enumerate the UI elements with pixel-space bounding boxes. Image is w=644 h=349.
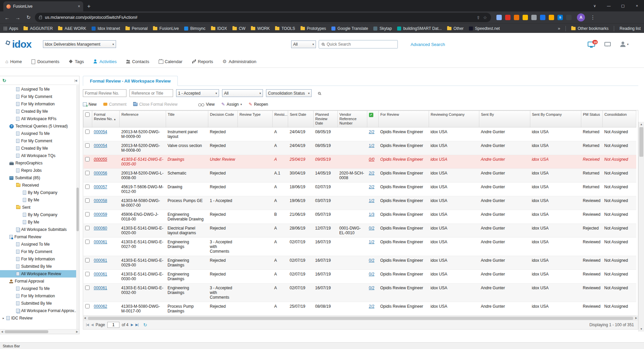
- tree-item[interactable]: ▸IDC Review: [0, 314, 79, 322]
- url-input[interactable]: us.mclarenonair.com/pol/protocolSwitchFs…: [35, 13, 491, 22]
- grid-h-scrollbar[interactable]: ◀ ▶: [83, 316, 638, 320]
- formal-review-no-link[interactable]: 000061: [94, 240, 107, 244]
- column-header-progress[interactable]: ✔: [367, 111, 379, 128]
- column-header-decision[interactable]: Decision Code: [208, 111, 238, 128]
- column-header-sent_by_company[interactable]: Sent By Company: [530, 111, 581, 128]
- row-checkbox[interactable]: [85, 304, 90, 308]
- prev-page-button[interactable]: ◀: [91, 323, 93, 327]
- reload-button[interactable]: ↻: [24, 13, 33, 22]
- bookmark-item[interactable]: TOOLS: [275, 26, 295, 31]
- column-header-id[interactable]: Formal Review No.▲: [92, 111, 120, 128]
- tree-item[interactable]: Sent: [0, 204, 79, 211]
- tree-item[interactable]: Submitted By Me: [0, 263, 79, 270]
- table-row[interactable]: 00006141303-E-5141-DWG-E-0029-00Engineer…: [84, 256, 636, 270]
- quick-search-input[interactable]: [327, 42, 395, 47]
- table-row[interactable]: 00006041303-E-5141-DWG-E-0020-00Electric…: [84, 224, 636, 238]
- row-checkbox[interactable]: [85, 157, 90, 161]
- table-row[interactable]: 00005420013-M-5200-DWG-M-0009-00Instrume…: [84, 128, 636, 141]
- tree-item[interactable]: Created By Me: [0, 145, 79, 152]
- tree-item[interactable]: By Me: [0, 218, 79, 226]
- formal-review-no-link[interactable]: 000057: [94, 185, 107, 189]
- notifications-icon[interactable]: 10: [588, 42, 595, 47]
- row-checkbox[interactable]: [85, 240, 90, 244]
- forward-button[interactable]: →: [13, 13, 22, 22]
- row-checkbox[interactable]: [85, 130, 90, 134]
- scroll-left-icon[interactable]: ◀: [1, 330, 3, 333]
- minimize-button[interactable]: —: [602, 0, 616, 11]
- table-row[interactable]: 00005541303-E-5141-DWG-E-0035-00Drawings…: [84, 155, 636, 169]
- sidebar-h-scrollbar[interactable]: ◀ ▶: [0, 329, 79, 334]
- select-all-checkbox[interactable]: [85, 112, 90, 117]
- profile-avatar[interactable]: A: [577, 13, 585, 21]
- nav-item-contacts[interactable]: Contacts: [126, 59, 149, 64]
- next-page-button[interactable]: ▶: [131, 323, 133, 327]
- row-checkbox[interactable]: [85, 272, 90, 276]
- apply-filter-search-icon[interactable]: [318, 92, 321, 95]
- tree-item[interactable]: All Workspace Review: [0, 270, 79, 278]
- browser-tab[interactable]: FusionLive ×: [3, 1, 83, 11]
- grid-v-scrollbar[interactable]: ▲ ▼: [638, 122, 644, 332]
- review-type-select[interactable]: All ▾: [222, 89, 263, 97]
- extension-icon[interactable]: [514, 15, 519, 20]
- tree-item[interactable]: Formal Review: [0, 233, 79, 241]
- nav-item-administration[interactable]: ⚙Administration: [222, 59, 256, 64]
- tree-item[interactable]: Assigned To Me: [0, 285, 79, 292]
- scroll-up-icon[interactable]: ▲: [639, 122, 644, 127]
- reading-list[interactable]: Reading list: [620, 26, 641, 31]
- messages-icon[interactable]: [604, 42, 611, 46]
- bookmark-item[interactable]: IDOX: [211, 26, 227, 31]
- column-header-ref[interactable]: Reference: [120, 111, 166, 128]
- column-header-review_type[interactable]: Review Type: [238, 111, 273, 128]
- tree-item[interactable]: For My Information: [0, 255, 79, 263]
- column-header-pm[interactable]: PM Status: [581, 111, 603, 128]
- tree-item[interactable]: Assigned To Me: [0, 130, 79, 137]
- column-header-rev[interactable]: Revisi...: [273, 111, 288, 128]
- column-header-vendor[interactable]: Vendor Reference Number: [338, 111, 367, 128]
- column-header-planned[interactable]: Planned Review Date: [314, 111, 338, 128]
- extension-icon[interactable]: S: [557, 15, 563, 20]
- close-button[interactable]: ×: [630, 0, 644, 11]
- extension-icon[interactable]: [531, 15, 537, 20]
- tree-item[interactable]: For My information: [0, 100, 79, 108]
- row-checkbox[interactable]: [85, 258, 90, 262]
- new-button[interactable]: New: [83, 102, 97, 107]
- nav-item-documents[interactable]: Documents: [31, 59, 59, 64]
- other-bookmarks[interactable]: Other bookmarks: [571, 26, 608, 31]
- tree-item[interactable]: All Workspace TQs: [0, 152, 79, 159]
- scroll-left-icon[interactable]: ◀: [84, 316, 86, 319]
- bookmark-item[interactable]: Other: [447, 26, 464, 31]
- formal-review-no-link[interactable]: 000061: [94, 258, 107, 263]
- column-header-rev_company[interactable]: Reviewing Company: [429, 111, 479, 128]
- bookmark-item[interactable]: FusionLive: [153, 26, 179, 31]
- progress-link[interactable]: 0/2: [369, 258, 375, 263]
- back-button[interactable]: ←: [3, 13, 11, 22]
- tree-item[interactable]: Formal Approval: [0, 278, 79, 285]
- consolidation-status-select[interactable]: Consolidation Status ▾: [266, 89, 312, 97]
- progress-link[interactable]: 1/3: [369, 212, 375, 217]
- bookmarks-overflow-icon[interactable]: »: [558, 26, 560, 31]
- table-row[interactable]: 00005620013-M-5200-DWG-L-0008-00Schemati…: [84, 169, 636, 183]
- formal-review-no-link[interactable]: 000062: [94, 304, 107, 309]
- bookmark-item[interactable]: Prototypes: [301, 26, 326, 31]
- apps-shortcut[interactable]: Apps: [3, 26, 18, 31]
- tab-close-icon[interactable]: ×: [78, 4, 80, 9]
- tree-item[interactable]: All Workspace Submittals: [0, 226, 79, 233]
- tree-item[interactable]: Submittal (85): [0, 174, 79, 182]
- extension-icon[interactable]: [523, 15, 528, 20]
- extension-icon[interactable]: [505, 15, 511, 20]
- bookmark-item[interactable]: Idox Intranet: [92, 26, 120, 31]
- column-header-sent_by[interactable]: Sent By: [479, 111, 530, 128]
- refresh-grid-icon[interactable]: ↻: [143, 322, 147, 328]
- tree-item[interactable]: Submitted By Me: [0, 300, 79, 307]
- refresh-tree-icon[interactable]: ↻: [2, 78, 6, 83]
- browser-menu-icon[interactable]: ⋮: [590, 14, 595, 20]
- table-row[interactable]: 00006141303-E-5141-DWG-E-0027-00Engineer…: [84, 238, 636, 256]
- progress-link[interactable]: 1/2: [369, 240, 375, 244]
- tree-item[interactable]: For My Comment: [0, 137, 79, 145]
- formal-review-no-filter[interactable]: [83, 89, 126, 97]
- column-header-title[interactable]: Title: [166, 111, 208, 128]
- tree-item[interactable]: For My Information: [0, 292, 79, 300]
- progress-link[interactable]: 2/2: [369, 304, 375, 309]
- progress-link[interactable]: 1/2: [369, 143, 375, 148]
- tree-item[interactable]: Repro Jobs: [0, 167, 79, 174]
